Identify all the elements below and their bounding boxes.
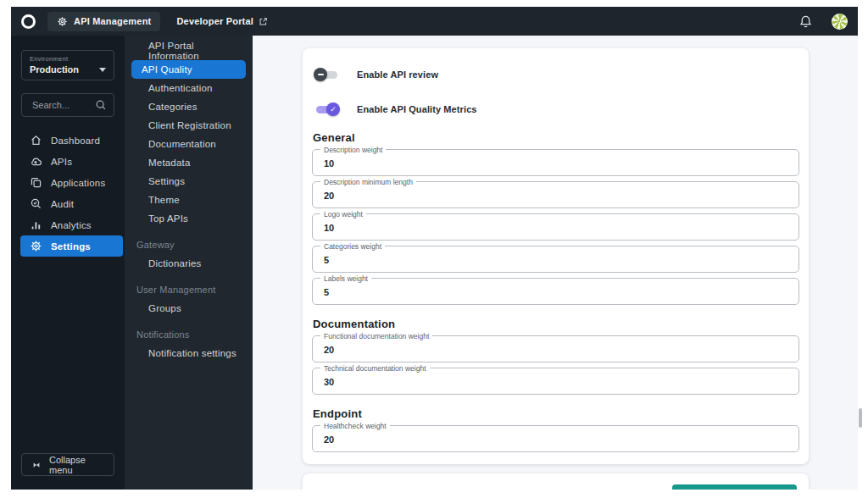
- weight-field: Functional documentation weight: [312, 335, 799, 362]
- search-icon[interactable]: [95, 99, 107, 111]
- weight-field: Healthcheck weight: [312, 425, 799, 452]
- developer-portal-link[interactable]: Developer Portal: [176, 16, 268, 26]
- settings-menu-item[interactable]: API Quality: [131, 60, 246, 79]
- field-label: Labels weight: [320, 274, 371, 283]
- field-label: Logo weight: [320, 210, 366, 219]
- field-label: Categories weight: [320, 242, 385, 251]
- environment-value: Production: [30, 64, 79, 75]
- weight-field: Description weight: [312, 149, 799, 176]
- toggle-switch[interactable]: ✓: [314, 102, 340, 117]
- search-input[interactable]: [31, 99, 95, 111]
- field-input[interactable]: [322, 286, 790, 298]
- field-input[interactable]: [322, 254, 790, 266]
- weight-field: Technical documentation weight: [312, 368, 799, 395]
- sidebar-item-settings[interactable]: Settings: [20, 235, 123, 257]
- collapse-icon: [31, 460, 42, 470]
- weight-field: Logo weight: [312, 213, 799, 241]
- applications-icon: [30, 176, 42, 189]
- analytics-icon: [30, 219, 42, 231]
- section-title: General: [313, 131, 798, 144]
- toggle-row: ✓ Enable API Quality Metrics: [314, 100, 799, 119]
- main-content: Enable API review ✓ Enable API Quality M…: [253, 36, 852, 490]
- sidebar-item-applications[interactable]: Applications: [20, 172, 123, 193]
- quality-sections: General Description weight Description m…: [312, 131, 799, 452]
- field-input[interactable]: [322, 190, 790, 202]
- gear-icon: [57, 16, 68, 27]
- section-title: Endpoint: [313, 407, 798, 420]
- toggle-switch[interactable]: [314, 67, 340, 82]
- field-input[interactable]: [322, 344, 790, 356]
- field-input[interactable]: [322, 222, 790, 234]
- settings-menu-item[interactable]: API Portal Information: [131, 42, 246, 60]
- settings-menu-section-header: Notifications: [125, 325, 253, 344]
- settings-menu-item[interactable]: Categories: [131, 97, 246, 116]
- page-scrollbar-thumb[interactable]: [859, 408, 862, 428]
- field-label: Description weight: [320, 146, 386, 154]
- notifications-bell-icon[interactable]: [798, 14, 813, 29]
- settings-menu-item[interactable]: Metadata: [131, 153, 246, 172]
- quality-toggles: Enable API review ✓ Enable API Quality M…: [312, 65, 799, 119]
- settings-menu-item[interactable]: Dictionaries: [131, 254, 246, 273]
- sidebar-item-analytics[interactable]: Analytics: [20, 214, 123, 235]
- sidebar-item-dashboard[interactable]: Dashboard: [20, 130, 123, 151]
- external-link-icon: [259, 17, 268, 26]
- settings-menu-item[interactable]: Top APIs: [131, 209, 246, 228]
- toggle-label: Enable API Quality Metrics: [357, 104, 477, 114]
- product-switcher[interactable]: API Management: [47, 12, 160, 31]
- settings-menu-item[interactable]: Settings: [131, 172, 246, 191]
- sidebar-item-audit[interactable]: Audit: [20, 193, 123, 214]
- field-label: Healthcheck weight: [320, 422, 390, 430]
- sidebar-nav: Dashboard APIs Applications Audit Analyt…: [11, 130, 125, 257]
- field-label: Technical documentation weight: [320, 364, 430, 373]
- settings-menu: API Portal InformationAPI QualityAuthent…: [125, 36, 253, 490]
- weight-field: Labels weight: [312, 278, 799, 305]
- audit-icon: [30, 197, 42, 210]
- field-input[interactable]: [322, 376, 790, 388]
- section-title: Documentation: [313, 318, 798, 330]
- quality-settings-card: Enable API review ✓ Enable API Quality M…: [303, 48, 809, 464]
- field-label: Description minimum length: [320, 178, 416, 186]
- add-quality-rule-button[interactable]: + Add new quality rule: [672, 484, 797, 490]
- weight-field: Description minimum length: [312, 181, 799, 208]
- home-icon: [30, 134, 42, 147]
- toggle-label: Enable API review: [357, 69, 438, 80]
- gear-icon: [30, 240, 42, 252]
- manual-rules-card: Manual rules + Add new quality rule: [303, 473, 809, 490]
- settings-menu-item[interactable]: Theme: [131, 191, 246, 209]
- settings-menu-section-header: User Management: [125, 280, 253, 299]
- settings-menu-item[interactable]: Notification settings: [131, 344, 246, 362]
- chevron-down-icon: [99, 68, 106, 72]
- settings-menu-item[interactable]: Client Registration: [131, 116, 246, 135]
- weight-field: Categories weight: [312, 246, 799, 273]
- settings-menu-section-header: Gateway: [125, 235, 253, 254]
- cloud-icon: [30, 155, 42, 168]
- main-sidebar: Environment Production Dashboard APIs Ap…: [11, 36, 125, 490]
- field-label: Functional documentation weight: [320, 332, 432, 340]
- settings-menu-item[interactable]: Groups: [131, 299, 246, 318]
- settings-menu-item[interactable]: Authentication: [131, 79, 246, 97]
- user-avatar[interactable]: [832, 14, 848, 30]
- manual-rules-title: Manual rules: [311, 490, 381, 490]
- environment-label: Environment: [30, 55, 106, 63]
- app-window: API Management Developer Portal Environm…: [11, 7, 858, 490]
- collapse-menu-label: Collapse menu: [49, 455, 104, 475]
- sidebar-item-apis[interactable]: APIs: [20, 151, 123, 172]
- top-bar: API Management Developer Portal: [11, 7, 858, 36]
- collapse-menu-button[interactable]: Collapse menu: [21, 453, 114, 476]
- field-input[interactable]: [322, 434, 790, 445]
- product-name: API Management: [74, 16, 151, 26]
- toggle-row: Enable API review: [314, 65, 799, 84]
- portal-link-label: Developer Portal: [176, 16, 253, 26]
- gravitee-logo-icon: [21, 14, 36, 29]
- environment-selector[interactable]: Environment Production: [21, 50, 114, 80]
- settings-menu-item[interactable]: Documentation: [131, 135, 246, 153]
- field-input[interactable]: [322, 158, 790, 169]
- sidebar-search: [21, 93, 114, 117]
